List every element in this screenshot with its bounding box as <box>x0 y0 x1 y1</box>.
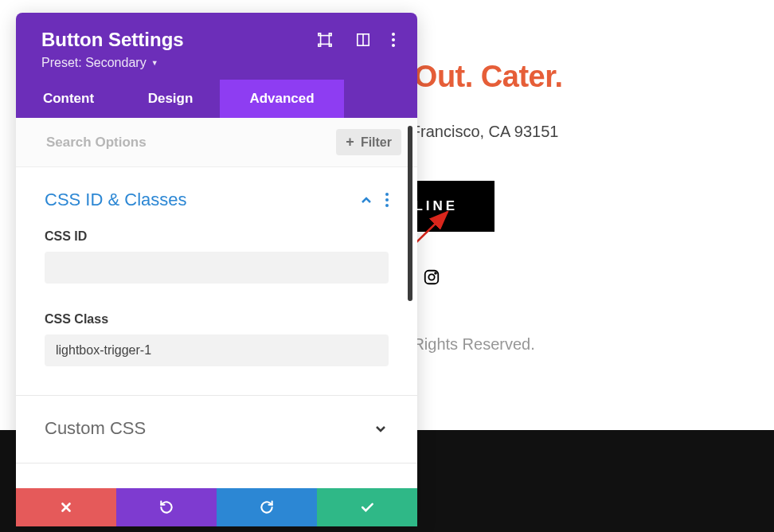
section-title-css: CSS ID & Classes <box>45 190 358 210</box>
button-settings-panel: Button Settings Preset: Secondary ▼ Cont… <box>16 13 417 526</box>
svg-rect-9 <box>329 44 331 46</box>
tab-design[interactable]: Design <box>121 80 220 118</box>
tab-content[interactable]: Content <box>16 80 121 118</box>
expand-icon[interactable] <box>315 30 334 49</box>
section-header-customcss[interactable]: Custom CSS <box>45 418 389 439</box>
panel-header: Button Settings Preset: Secondary ▼ <box>16 13 417 80</box>
label-css-id: CSS ID <box>45 229 389 244</box>
svg-rect-6 <box>319 33 321 36</box>
preset-label: Preset: Secondary <box>41 56 147 70</box>
panel-footer <box>16 488 417 526</box>
label-css-class: CSS Class <box>45 312 389 327</box>
instagram-icon[interactable] <box>423 268 440 286</box>
undo-button[interactable] <box>116 488 217 526</box>
tabs-row: Content Design Advanced <box>16 80 417 118</box>
section-title-attributes: Attributes <box>45 486 373 488</box>
divider <box>16 395 417 396</box>
field-css-id: CSS ID <box>45 229 389 284</box>
search-input[interactable]: Search Options <box>46 135 147 151</box>
input-css-class[interactable] <box>45 334 389 366</box>
chevron-down-icon[interactable] <box>373 421 389 436</box>
section-attributes: Attributes <box>45 486 389 488</box>
svg-rect-5 <box>321 36 330 45</box>
responsive-icon[interactable] <box>354 30 373 49</box>
caret-down-icon: ▼ <box>151 59 158 67</box>
field-css-class: CSS Class <box>45 312 389 366</box>
section-header-attributes[interactable]: Attributes <box>45 486 389 488</box>
scrollbar-thumb[interactable] <box>408 126 412 301</box>
filter-button[interactable]: + Filter <box>336 129 401 155</box>
plus-icon: + <box>346 134 354 151</box>
svg-point-2 <box>435 272 436 274</box>
redo-button[interactable] <box>217 488 317 526</box>
input-css-id[interactable] <box>45 252 389 284</box>
section-css-id-classes: CSS ID & Classes CSS ID CSS Class <box>45 190 389 366</box>
preset-dropdown[interactable]: Preset: Secondary ▼ <box>41 56 392 70</box>
svg-point-1 <box>428 274 434 280</box>
more-menu-icon[interactable] <box>392 33 395 47</box>
svg-rect-7 <box>329 33 331 36</box>
cancel-button[interactable] <box>16 488 116 526</box>
chevron-up-icon[interactable] <box>358 192 374 208</box>
section-title-customcss: Custom CSS <box>45 418 373 439</box>
filter-label: Filter <box>361 135 392 150</box>
section-custom-css: Custom CSS <box>45 418 389 439</box>
search-row: Search Options + Filter <box>16 118 417 167</box>
section-more-icon[interactable] <box>385 193 389 207</box>
svg-rect-8 <box>319 44 321 46</box>
panel-header-actions <box>315 30 395 49</box>
section-header-css[interactable]: CSS ID & Classes <box>45 190 389 210</box>
divider <box>16 463 417 464</box>
confirm-button[interactable] <box>317 488 417 526</box>
tab-advanced[interactable]: Advanced <box>220 80 344 118</box>
panel-body: CSS ID & Classes CSS ID CSS Class Custom… <box>16 167 417 488</box>
